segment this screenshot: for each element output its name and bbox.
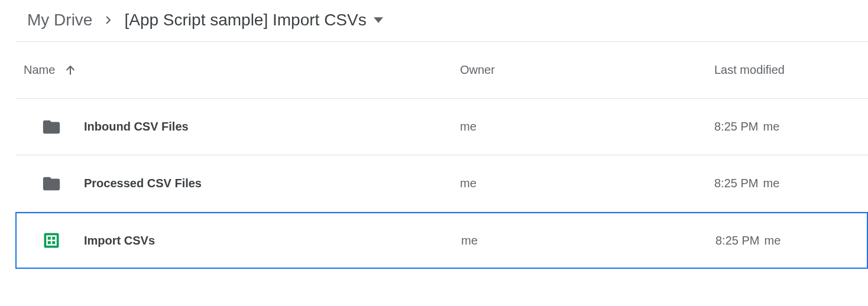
- column-header-name[interactable]: Name: [15, 63, 460, 77]
- modified-time: 8:25 PM: [715, 234, 759, 247]
- file-table: Name Owner Last modified Inbound CSV Fil…: [15, 41, 868, 269]
- file-row[interactable]: Import CSVsme8:25 PMme: [15, 212, 868, 269]
- folder-icon: [41, 117, 61, 137]
- column-header-name-label: Name: [24, 63, 55, 77]
- cell-owner: me: [460, 177, 714, 190]
- cell-name: Processed CSV Files: [15, 174, 460, 194]
- spreadsheet-icon: [41, 230, 61, 250]
- breadcrumb: My Drive [App Script sample] Import CSVs: [0, 0, 868, 41]
- cell-modified: 8:25 PMme: [714, 120, 868, 134]
- modified-time: 8:25 PM: [714, 177, 758, 190]
- file-row[interactable]: Processed CSV Filesme8:25 PMme: [15, 155, 868, 212]
- breadcrumb-root[interactable]: My Drive: [27, 11, 92, 30]
- cell-name: Import CSVs: [17, 230, 461, 250]
- chevron-right-icon: [103, 15, 114, 25]
- cell-owner: me: [460, 120, 714, 134]
- file-name: Import CSVs: [84, 234, 155, 248]
- column-header-owner-label: Owner: [460, 63, 495, 76]
- file-name: Processed CSV Files: [84, 177, 202, 190]
- file-row[interactable]: Inbound CSV Filesme8:25 PMme: [15, 99, 868, 155]
- cell-name: Inbound CSV Files: [15, 117, 460, 137]
- modified-by: me: [763, 177, 779, 190]
- folder-icon: [41, 174, 61, 194]
- modified-time: 8:25 PM: [714, 120, 758, 133]
- arrow-up-icon: [64, 64, 76, 76]
- column-header-modified[interactable]: Last modified: [714, 63, 868, 77]
- column-header-owner[interactable]: Owner: [460, 63, 714, 77]
- cell-owner: me: [461, 234, 715, 248]
- breadcrumb-current-label: [App Script sample] Import CSVs: [124, 11, 366, 30]
- cell-modified: 8:25 PMme: [714, 177, 868, 190]
- caret-down-icon: [374, 15, 383, 25]
- cell-modified: 8:25 PMme: [715, 234, 867, 248]
- column-header-modified-label: Last modified: [714, 63, 785, 76]
- breadcrumb-current[interactable]: [App Script sample] Import CSVs: [124, 11, 383, 30]
- modified-by: me: [763, 120, 779, 133]
- file-name: Inbound CSV Files: [84, 120, 189, 134]
- table-header-row: Name Owner Last modified: [15, 42, 868, 99]
- modified-by: me: [764, 234, 780, 247]
